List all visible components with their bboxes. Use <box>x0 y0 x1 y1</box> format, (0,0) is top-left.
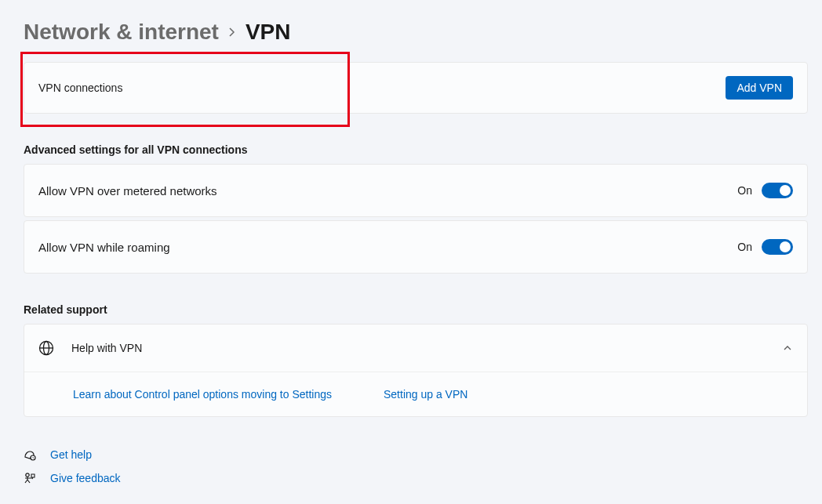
help-with-vpn-card: Help with VPN Learn about Control panel … <box>24 324 808 417</box>
give-feedback-link[interactable]: Give feedback <box>50 472 121 484</box>
metered-label: Allow VPN over metered networks <box>38 184 217 198</box>
breadcrumb: Network & internet VPN <box>24 20 808 45</box>
roaming-label: Allow VPN while roaming <box>38 241 170 254</box>
vpn-connections-label: VPN connections <box>38 82 122 94</box>
page-title: VPN <box>246 20 291 45</box>
roaming-card: Allow VPN while roaming On <box>24 220 808 274</box>
get-help-icon: ? <box>24 448 36 461</box>
advanced-settings-heading: Advanced settings for all VPN connection… <box>24 143 808 156</box>
vpn-connections-card: VPN connections Add VPN <box>24 62 808 114</box>
footer-links: ? Get help Give feedback <box>24 448 808 484</box>
metered-toggle[interactable] <box>762 183 793 198</box>
breadcrumb-parent[interactable]: Network & internet <box>24 20 219 45</box>
chevron-right-icon <box>228 24 236 42</box>
roaming-toggle[interactable] <box>762 239 793 255</box>
globe-icon <box>38 340 54 356</box>
feedback-icon <box>24 472 36 484</box>
metered-card: Allow VPN over metered networks On <box>24 164 808 217</box>
control-panel-link[interactable]: Learn about Control panel options moving… <box>73 388 332 401</box>
related-support-heading: Related support <box>24 303 808 316</box>
svg-point-5 <box>26 473 29 477</box>
get-help-link[interactable]: Get help <box>50 448 92 461</box>
add-vpn-button[interactable]: Add VPN <box>726 76 793 100</box>
setup-vpn-link[interactable]: Setting up a VPN <box>384 388 467 401</box>
help-with-vpn-header[interactable]: Help with VPN <box>24 325 807 372</box>
toggle-knob <box>780 241 791 252</box>
help-links-row: Learn about Control panel options moving… <box>24 372 807 416</box>
help-with-vpn-label: Help with VPN <box>71 342 142 354</box>
roaming-state: On <box>737 241 752 253</box>
toggle-knob <box>780 185 791 196</box>
metered-state: On <box>737 184 752 197</box>
chevron-up-icon <box>782 343 793 354</box>
